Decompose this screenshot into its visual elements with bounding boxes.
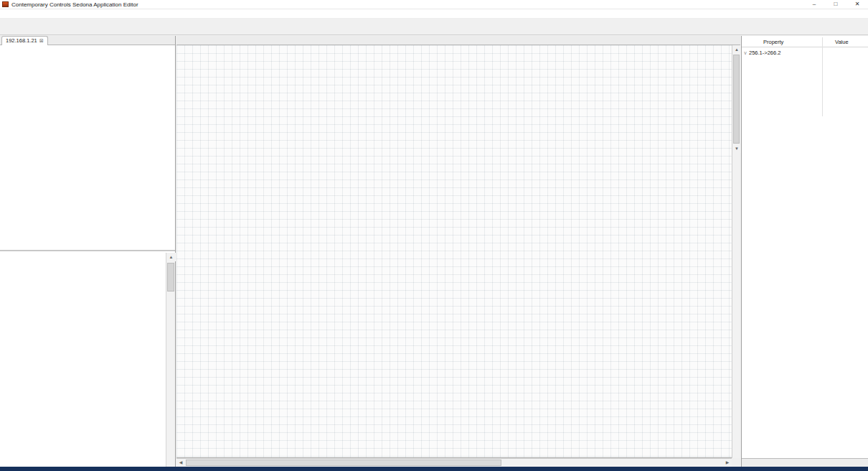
canvas-vscroll-thumb[interactable] — [733, 55, 740, 144]
property-column-header: Property — [763, 39, 783, 45]
link-group-row[interactable]: v256.1->266.2 — [742, 49, 868, 57]
minimize-button[interactable]: – — [803, 0, 825, 9]
toolbar — [0, 19, 868, 35]
properties-panel: Property Value v256.1->266.2 — [741, 36, 868, 467]
canvas-scroll-left-icon[interactable]: ◀ — [176, 459, 185, 467]
kits-scrollbar[interactable]: ▲ ▼ — [166, 253, 175, 471]
canvas-vertical-scrollbar[interactable]: ▲ ▼ — [732, 45, 740, 458]
device-tab-close-icon[interactable]: ⊠ — [39, 38, 44, 43]
app-logo-icon — [2, 1, 9, 7]
canvas-scroll-up-icon[interactable]: ▲ — [732, 45, 741, 54]
properties-header: Property Value — [742, 37, 868, 47]
wiresheet-canvas[interactable] — [176, 45, 732, 458]
window-title: Contemporary Controls Sedona Application… — [11, 1, 138, 8]
kits-scroll-thumb[interactable] — [167, 263, 174, 292]
canvas-horizontal-scrollbar[interactable]: ◀ ▶ — [176, 458, 732, 467]
close-button[interactable]: ✕ — [846, 0, 868, 9]
window-controls: – □ ✕ — [803, 0, 868, 9]
wire-layer — [176, 45, 732, 458]
canvas-scroll-down-icon[interactable]: ▼ — [732, 144, 741, 153]
device-tab-row: 192.168.1.21⊠ — [0, 36, 175, 45]
application-window: Contemporary Controls Sedona Application… — [0, 0, 868, 471]
menu-bar — [0, 9, 868, 19]
maximize-button[interactable]: □ — [825, 0, 846, 9]
canvas-scroll-right-icon[interactable]: ▶ — [723, 459, 732, 467]
canvas-hscroll-thumb[interactable] — [186, 460, 501, 466]
device-tree — [0, 45, 175, 251]
editor-area: ▲ ▼ ◀ ▶ — [176, 36, 740, 467]
status-bar — [0, 467, 868, 471]
editor-tabs — [176, 36, 740, 45]
title-bar: Contemporary Controls Sedona Application… — [0, 0, 868, 9]
kits-scroll-up-icon[interactable]: ▲ — [166, 253, 176, 261]
device-tab[interactable]: 192.168.1.21⊠ — [1, 36, 48, 45]
kits-list — [0, 253, 175, 471]
value-column-header: Value — [835, 39, 849, 45]
navigation-panel: 192.168.1.21⊠ ▲ ▼ Kits — [0, 36, 176, 467]
